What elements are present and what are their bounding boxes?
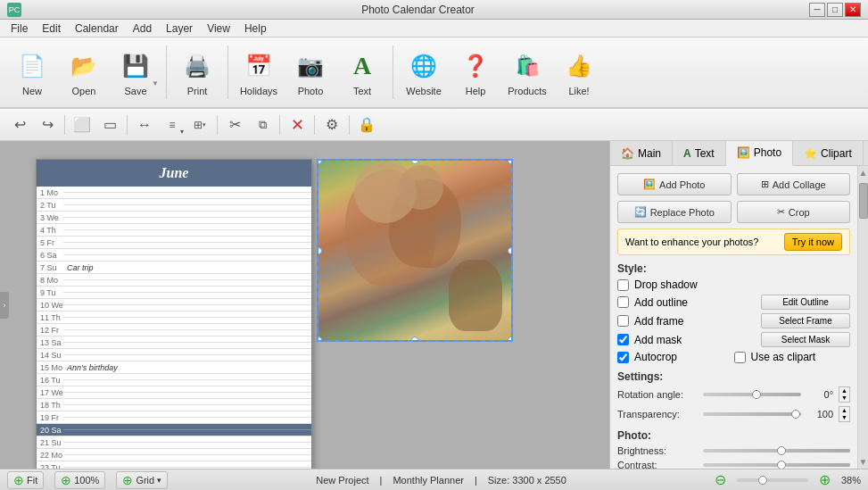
drop-shadow-row: Drop shadow (617, 278, 850, 291)
tab-main[interactable]: 🏠 Main (610, 141, 673, 165)
enhance-button[interactable]: Try it now (784, 233, 842, 251)
zoom-plus-icon[interactable]: ⊕ (819, 471, 831, 488)
canvas-area[interactable]: › June 1 Mo 2 Tu 3 We 4 Th 5 Fr 6 Sa 7 S… (0, 141, 609, 469)
grid-button[interactable]: ⊕ Grid ▾ (116, 471, 168, 489)
rotation-spin-up[interactable]: ▲ (839, 387, 849, 394)
crop-label: Crop (789, 207, 810, 218)
add-photo-button[interactable]: 🖼️ Add Photo (617, 173, 732, 195)
rotation-spin-down[interactable]: ▼ (839, 394, 849, 402)
undo-button[interactable]: ↩ (7, 112, 32, 137)
crop-button[interactable]: ✂ Crop (737, 201, 851, 223)
resize-handle-bl[interactable] (317, 336, 322, 342)
maximize-button[interactable]: □ (827, 3, 843, 17)
save-button[interactable]: 💾 Save ▼ (111, 41, 161, 104)
add-frame-checkbox[interactable] (617, 315, 629, 327)
transparency-slider[interactable] (703, 412, 801, 416)
help-button[interactable]: ❓ Help (451, 41, 500, 104)
close-button[interactable]: ✕ (845, 3, 861, 17)
fit-button[interactable]: ⊕ Fit (7, 471, 44, 489)
like-icon: 👍 (561, 48, 597, 84)
transparency-spin-up[interactable]: ▲ (839, 407, 849, 414)
delete-button[interactable]: ✕ (285, 112, 310, 137)
lock-button[interactable]: 🔒 (354, 112, 379, 137)
holidays-button[interactable]: 📅 Holidays (234, 41, 284, 104)
side-arrow[interactable]: › (0, 292, 9, 319)
scroll-up-arrow[interactable]: ▲ (857, 166, 868, 179)
add-outline-checkbox[interactable] (617, 296, 629, 308)
size-label: Size: 3300 x 2550 (488, 475, 566, 486)
calendar-page: June 1 Mo 2 Tu 3 We 4 Th 5 Fr 6 Sa 7 SuC… (36, 159, 312, 469)
resize-handle-tr[interactable] (508, 159, 513, 164)
distribute-button[interactable]: ⊞▾ (187, 112, 212, 137)
photo-button[interactable]: 📷 Photo (285, 41, 335, 104)
brightness-slider[interactable] (703, 449, 850, 453)
add-collage-button[interactable]: ⊞ Add Collage (737, 173, 851, 195)
menu-calendar[interactable]: Calendar (68, 21, 126, 37)
drop-shadow-checkbox[interactable] (617, 279, 629, 291)
resize-handle-br[interactable] (508, 336, 513, 342)
replace-photo-button[interactable]: 🔄 Replace Photo (617, 201, 732, 223)
brightness-slider-thumb[interactable] (777, 446, 786, 455)
align-button[interactable]: ≡▾ (160, 112, 185, 137)
new-button[interactable]: 📄 New (7, 41, 57, 104)
panel-scrollbar[interactable]: ▲ ▼ (857, 166, 868, 469)
select-frame-button[interactable]: Select Frame (761, 313, 850, 328)
project-label: New Project (316, 475, 368, 486)
zoom-slider[interactable] (737, 478, 808, 482)
products-label: Products (508, 86, 546, 96)
rotation-slider[interactable] (703, 393, 801, 396)
autocrop-checkbox[interactable] (617, 352, 629, 363)
tab-photo[interactable]: 🖼️ Photo (726, 141, 793, 166)
photo-content (318, 161, 511, 340)
select-mask-button[interactable]: Select Mask (761, 332, 850, 347)
copy-button[interactable]: ⧉ (250, 112, 275, 137)
menu-layer[interactable]: Layer (159, 21, 200, 37)
menu-file[interactable]: File (4, 21, 35, 37)
table-row: 9 Tu (37, 287, 311, 299)
help-label: Help (466, 86, 486, 96)
menu-add[interactable]: Add (126, 21, 159, 37)
table-row: 23 Tu (37, 461, 311, 469)
like-button[interactable]: 👍 Like! (554, 41, 604, 104)
zoom-minus-icon[interactable]: ⊖ (715, 471, 726, 488)
main-tab-icon: 🏠 (621, 147, 634, 160)
transparency-slider-thumb[interactable] (791, 410, 800, 419)
resize-handle-bc[interactable] (411, 336, 418, 342)
rotation-slider-thumb[interactable] (752, 390, 761, 399)
products-button[interactable]: 🛍️ Products (502, 41, 552, 104)
settings-button[interactable]: ⚙ (319, 112, 344, 137)
add-mask-checkbox[interactable] (617, 334, 629, 345)
transparency-spin[interactable]: ▲ ▼ (839, 406, 850, 422)
text-button[interactable]: A Text (337, 41, 387, 104)
tab-text[interactable]: A Text (673, 141, 726, 165)
redo-button[interactable]: ↪ (35, 112, 60, 137)
move-button[interactable]: ↔ (132, 112, 157, 137)
photo-frame[interactable] (317, 159, 513, 342)
tab-clipart[interactable]: ⭐ Clipart (793, 141, 864, 165)
like-label: Like! (568, 86, 589, 96)
menu-edit[interactable]: Edit (35, 21, 68, 37)
use-as-clipart-checkbox[interactable] (734, 352, 746, 363)
resize-handle-mr[interactable] (508, 247, 513, 254)
minimize-button[interactable]: ─ (809, 3, 825, 17)
zoom-slider-thumb[interactable] (758, 476, 767, 485)
contrast-slider[interactable] (703, 463, 850, 467)
menu-view[interactable]: View (200, 21, 237, 37)
select-button[interactable]: ⬜ (70, 112, 95, 137)
website-button[interactable]: 🌐 Website (399, 41, 449, 104)
edit-outline-button[interactable]: Edit Outline (761, 295, 850, 310)
transparency-spin-down[interactable]: ▼ (839, 414, 849, 421)
print-button[interactable]: 🖨️ Print (172, 41, 222, 104)
menu-help[interactable]: Help (237, 21, 274, 37)
scroll-thumb[interactable] (859, 183, 868, 219)
toolbar-separator-1 (166, 46, 167, 99)
scroll-down-arrow[interactable]: ▼ (857, 455, 868, 469)
scissors-button[interactable]: ✂ (222, 112, 247, 137)
zoom-display[interactable]: ⊕ 100% (54, 471, 105, 489)
contrast-slider-thumb[interactable] (777, 461, 786, 469)
open-button[interactable]: 📂 Open (59, 41, 109, 104)
clipart-tab-icon: ⭐ (804, 147, 817, 160)
rotation-spin[interactable]: ▲ ▼ (839, 386, 850, 403)
table-row: 3 We (37, 212, 311, 224)
crop-tool-button[interactable]: ▭ (97, 112, 122, 137)
